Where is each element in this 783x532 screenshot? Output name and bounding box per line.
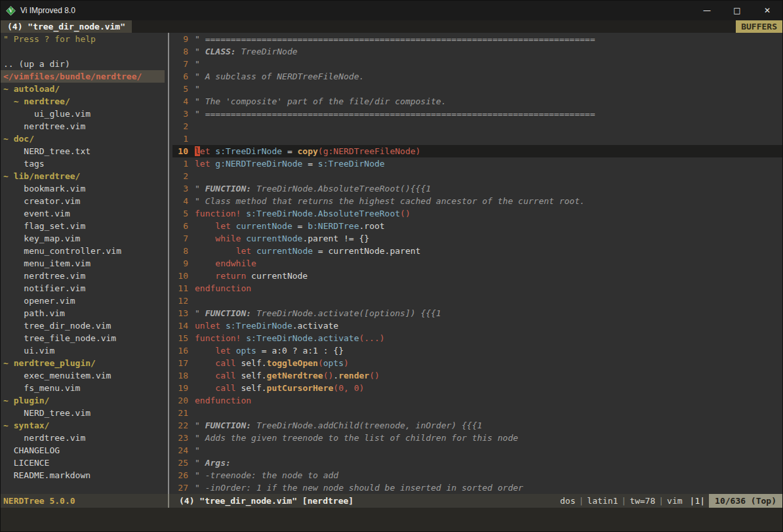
tree-item[interactable]: nerdtree.vim: [1, 432, 165, 444]
line-number: 4: [172, 95, 188, 108]
buffer-line[interactable]: 8" CLASS: TreeDirNode: [172, 45, 782, 58]
maximize-button[interactable]: □: [722, 1, 752, 20]
tree-item[interactable]: exec_menuitem.vim: [1, 369, 165, 382]
line-number: 2: [172, 120, 188, 133]
line-number: 8: [172, 45, 188, 58]
tree-item[interactable]: menu_controller.vim: [1, 245, 165, 257]
tree-dir-item[interactable]: ~ nerdtree_plugin/: [1, 357, 165, 369]
buffer-line[interactable]: 26" -treenode: the node to add: [172, 469, 782, 481]
buffer-line[interactable]: 1: [172, 133, 782, 145]
tree-item[interactable]: CHANGELOG: [1, 444, 165, 457]
tree-item[interactable]: menu_item.vim: [1, 257, 165, 270]
buffer-line[interactable]: 1let g:NERDTreeDirNode = s:TreeDirNode: [172, 157, 782, 170]
tree-item[interactable]: notifier.vim: [1, 282, 165, 295]
tree-item[interactable]: " Press ? for help: [1, 33, 165, 45]
buffer-line[interactable]: 23" Adds the given treenode to the list …: [172, 432, 782, 444]
buffer-line[interactable]: 12: [172, 295, 782, 307]
buffer-line[interactable]: 21: [172, 407, 782, 419]
command-line: [1, 508, 782, 531]
tree-item[interactable]: nerdtree.vim: [1, 120, 165, 133]
cursor: l: [195, 146, 200, 156]
tree-dir-item[interactable]: ~ lib/nerdtree/: [1, 170, 165, 182]
code-text: call self.getNerdtree().render(): [188, 369, 380, 382]
line-number: 2: [172, 170, 188, 182]
buffer-line-current[interactable]: 10let s:TreeDirNode = copy(g:NERDTreeFil…: [172, 145, 782, 157]
tree-dir-item[interactable]: ~ doc/: [1, 133, 165, 145]
status-position: 10/636 (Top): [709, 494, 782, 508]
close-button[interactable]: ✕: [752, 1, 782, 20]
buffer-line[interactable]: 5function! s:TreeDirNode.AbsoluteTreeRoo…: [172, 207, 782, 220]
buffer-line[interactable]: 8 let currentNode = currentNode.parent: [172, 245, 782, 257]
tree-item[interactable]: README.markdown: [1, 469, 165, 481]
tree-dir-item[interactable]: ~ plugin/: [1, 394, 165, 407]
buffer-line[interactable]: 10 return currentNode: [172, 270, 782, 282]
buffer-line[interactable]: 19 call self.putCursorHere(0, 0): [172, 382, 782, 394]
code-text: endfunction: [188, 282, 251, 295]
tree-item[interactable]: path.vim: [1, 307, 165, 319]
buffer-line[interactable]: 4" Class method that returns the highest…: [172, 195, 782, 207]
line-number: 14: [172, 319, 188, 332]
buffers-label: BUFFERS: [736, 20, 782, 33]
tab-tree-dir-node[interactable]: (4) "tree_dir_node.vim": [1, 20, 132, 33]
buffer-line[interactable]: 17 call self.toggleOpen(opts): [172, 357, 782, 369]
buffer-line[interactable]: 2: [172, 120, 782, 133]
tree-item[interactable]: nerdtree.vim: [1, 270, 165, 282]
tree-dir-item[interactable]: ~ nerdtree/: [1, 95, 165, 108]
tree-root-item[interactable]: </vimfiles/bundle/nerdtree/: [1, 70, 165, 83]
buffer-line[interactable]: 14unlet s:TreeDirNode.activate: [172, 319, 782, 332]
nerdtree-status: NERDTree 5.0.0: [1, 494, 165, 508]
tree-dir-item[interactable]: ~ autoload/: [1, 83, 165, 95]
buffer-line[interactable]: 7 while currentNode.parent != {}: [172, 232, 782, 245]
tree-item[interactable]: tree_dir_node.vim: [1, 319, 165, 332]
buffer-line[interactable]: 4" The 'composite' part of the file/dir …: [172, 95, 782, 108]
line-number: 8: [172, 245, 188, 257]
tree-item[interactable]: LICENCE: [1, 457, 165, 469]
tree-item[interactable]: fs_menu.vim: [1, 382, 165, 394]
buffer-line[interactable]: 5": [172, 83, 782, 95]
buffer-line[interactable]: 11endfunction: [172, 282, 782, 295]
buffer-line[interactable]: 25" Args:: [172, 457, 782, 469]
buffer-line[interactable]: 16 let opts = a:0 ? a:1 : {}: [172, 344, 782, 357]
buffer-line[interactable]: 22" FUNCTION: TreeDirNode.addChild(treen…: [172, 419, 782, 432]
buffer-line[interactable]: 7": [172, 58, 782, 70]
buffer-line[interactable]: 6 let currentNode = b:NERDTree.root: [172, 220, 782, 232]
tree-item[interactable]: ui.vim: [1, 344, 165, 357]
minimize-button[interactable]: —: [692, 1, 722, 20]
tree-item[interactable]: creator.vim: [1, 195, 165, 207]
tree-item[interactable]: NERD_tree.txt: [1, 145, 165, 157]
tree-item[interactable]: tree_file_node.vim: [1, 332, 165, 344]
tree-item[interactable]: NERD_tree.vim: [1, 407, 165, 419]
buffer-line[interactable]: 3" =====================================…: [172, 108, 782, 120]
vim-app-icon[interactable]: V: [1, 6, 20, 16]
status-filename: (4) "tree_dir_node.vim" [nerdtree]: [172, 494, 353, 508]
line-number: 5: [172, 83, 188, 95]
line-number: 13: [172, 307, 188, 319]
tree-dir-item[interactable]: ~ syntax/: [1, 419, 165, 432]
buffer-line[interactable]: 9" =====================================…: [172, 33, 782, 45]
status-segment: |: [658, 494, 664, 508]
tree-item[interactable]: tags: [1, 157, 165, 170]
buffer-line[interactable]: 2: [172, 170, 782, 182]
buffer-line[interactable]: 13" FUNCTION: TreeDirNode.activate([opti…: [172, 307, 782, 319]
code-text: [188, 170, 195, 182]
buffer-line[interactable]: 20endfunction: [172, 394, 782, 407]
buffer-line[interactable]: 3" FUNCTION: TreeDirNode.AbsoluteTreeRoo…: [172, 182, 782, 195]
buffer-line[interactable]: 27" -inOrder: 1 if the new node should b…: [172, 481, 782, 494]
line-number: 10: [172, 270, 188, 282]
tree-item[interactable]: bookmark.vim: [1, 182, 165, 195]
code-text: let currentNode = currentNode.parent: [188, 245, 420, 257]
tree-item[interactable]: ui_glue.vim: [1, 108, 165, 120]
buffer-line[interactable]: 18 call self.getNerdtree().render(): [172, 369, 782, 382]
window-separator[interactable]: [165, 33, 172, 494]
buffer-line[interactable]: 9 endwhile: [172, 257, 782, 270]
tree-item[interactable]: .. (up a dir): [1, 58, 165, 70]
tree-item[interactable]: opener.vim: [1, 295, 165, 307]
tree-item[interactable]: flag_set.vim: [1, 220, 165, 232]
tree-item[interactable]: [1, 45, 165, 58]
buffer-line[interactable]: 6" A subclass of NERDTreeFileNode.: [172, 70, 782, 83]
code-text: ": [188, 444, 200, 457]
tree-item[interactable]: key_map.vim: [1, 232, 165, 245]
buffer-line[interactable]: 24": [172, 444, 782, 457]
tree-item[interactable]: event.vim: [1, 207, 165, 220]
buffer-line[interactable]: 15function! s:TreeDirNode.activate(...): [172, 332, 782, 344]
